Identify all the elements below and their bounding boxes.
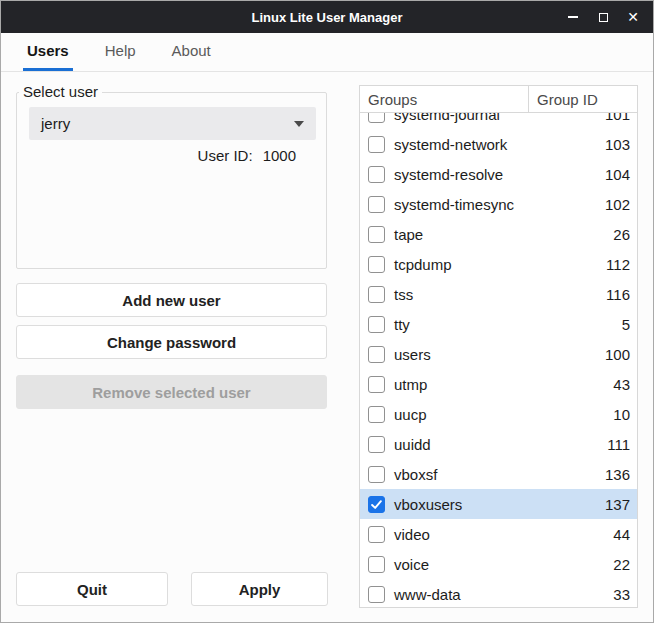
checkbox-icon[interactable] [368,286,385,303]
group-name: uucp [394,406,587,423]
checkbox-icon[interactable] [368,256,385,273]
table-row[interactable]: systemd-timesync102 [360,189,637,219]
group-id: 26 [587,226,637,243]
group-name: voice [394,556,587,573]
user-id-line: User ID:1000 [17,147,296,164]
checkbox-icon[interactable] [368,436,385,453]
group-id: 102 [587,196,637,213]
group-name: tty [394,316,587,333]
group-id: 43 [587,376,637,393]
table-row[interactable]: video44 [360,519,637,549]
user-id-label: User ID: [198,147,253,164]
checkbox-icon[interactable] [368,166,385,183]
checkbox-icon[interactable] [368,136,385,153]
group-name: systemd-resolve [394,166,587,183]
minimize-icon [568,16,578,18]
checkbox-icon[interactable] [368,586,385,603]
checkbox-icon[interactable] [368,526,385,543]
table-row[interactable]: tty5 [360,309,637,339]
user-id-value: 1000 [263,147,296,164]
checkbox-icon[interactable] [368,226,385,243]
group-name: vboxusers [394,496,587,513]
table-row[interactable]: tss116 [360,279,637,309]
group-id: 103 [587,136,637,153]
user-select-value: jerry [41,115,70,132]
group-name: systemd-network [394,136,587,153]
group-name: tape [394,226,587,243]
window-controls: ✕ [561,1,645,33]
group-id: 33 [587,586,637,603]
column-header-group-id[interactable]: Group ID [529,91,637,108]
chevron-down-icon [294,121,304,127]
checkbox-icon[interactable] [368,196,385,213]
group-name: utmp [394,376,587,393]
table-row[interactable]: tape26 [360,219,637,249]
table-row[interactable]: systemd-network103 [360,129,637,159]
tab-about[interactable]: About [168,33,215,71]
close-button[interactable]: ✕ [621,5,645,29]
maximize-icon [599,13,608,22]
table-row[interactable]: systemd-resolve104 [360,159,637,189]
checkbox-checked-icon[interactable] [368,496,385,513]
group-id: 22 [587,556,637,573]
apply-button[interactable]: Apply [191,572,328,606]
select-user-legend: Select user [19,83,102,100]
group-id: 137 [587,496,637,513]
add-new-user-button[interactable]: Add new user [16,283,327,317]
group-name: video [394,526,587,543]
group-id: 116 [587,286,637,303]
group-id: 10 [587,406,637,423]
groups-table-body: systemd-journal101systemd-network103syst… [360,99,637,608]
change-password-button[interactable]: Change password [16,325,327,359]
table-row[interactable]: users100 [360,339,637,369]
window-title: Linux Lite User Manager [252,10,403,25]
group-id: 44 [587,526,637,543]
quit-button[interactable]: Quit [16,572,168,606]
checkbox-icon[interactable] [368,376,385,393]
groups-table: Groups Group ID systemd-journal101system… [359,85,638,608]
group-name: www-data [394,586,587,603]
table-row[interactable]: voice22 [360,549,637,579]
group-name: tcpdump [394,256,587,273]
column-header-groups[interactable]: Groups [360,86,529,112]
group-id: 136 [587,466,637,483]
group-name: tss [394,286,587,303]
table-row[interactable]: vboxsf136 [360,459,637,489]
table-row[interactable]: vboxusers137 [360,489,637,519]
group-name: vboxsf [394,466,587,483]
table-row[interactable]: uucp10 [360,399,637,429]
user-manager-window: Linux Lite User Manager ✕ Users Help Abo… [0,0,654,623]
group-name: users [394,346,587,363]
checkbox-icon[interactable] [368,556,385,573]
select-user-groupbox: Select user jerry User ID:1000 [16,92,327,269]
titlebar: Linux Lite User Manager ✕ [1,1,653,33]
table-row[interactable]: www-data33 [360,579,637,608]
group-id: 104 [587,166,637,183]
user-select-dropdown[interactable]: jerry [29,107,316,140]
table-row[interactable]: utmp43 [360,369,637,399]
remove-selected-user-button[interactable]: Remove selected user [16,375,327,409]
group-id: 5 [587,316,637,333]
groups-table-header: Groups Group ID [360,86,637,113]
minimize-button[interactable] [561,5,585,29]
group-id: 111 [587,436,637,453]
maximize-button[interactable] [591,5,615,29]
checkbox-icon[interactable] [368,466,385,483]
checkbox-icon[interactable] [368,316,385,333]
checkbox-icon[interactable] [368,346,385,363]
tab-users[interactable]: Users [23,33,73,71]
table-row[interactable]: uuidd111 [360,429,637,459]
checkbox-icon[interactable] [368,406,385,423]
group-name: systemd-timesync [394,196,587,213]
group-id: 112 [587,256,637,273]
table-row[interactable]: tcpdump112 [360,249,637,279]
close-icon: ✕ [627,10,639,24]
tabbar: Users Help About [1,33,653,72]
group-name: uuidd [394,436,587,453]
group-id: 100 [587,346,637,363]
tab-help[interactable]: Help [101,33,140,71]
